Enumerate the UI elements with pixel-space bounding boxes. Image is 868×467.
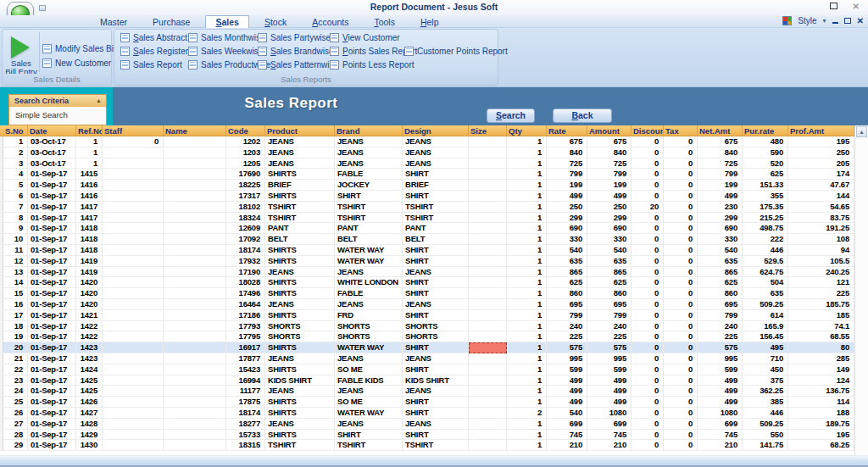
column-header-size[interactable]: Size: [469, 125, 507, 136]
cell-discount[interactable]: 0: [632, 180, 664, 191]
cell-brand[interactable]: FRD: [335, 310, 403, 321]
cell-code[interactable]: 11177: [226, 386, 265, 397]
cell-product[interactable]: SHIRTS: [265, 342, 335, 353]
cell-sno[interactable]: 29: [3, 440, 28, 451]
cell-tax[interactable]: 0: [664, 223, 698, 234]
ribbon-button-sales-patternwise[interactable]: Sales Patternwise: [258, 60, 338, 69]
cell-discount[interactable]: 0: [632, 147, 664, 158]
cell-rate[interactable]: 675: [547, 136, 587, 147]
cell-tax[interactable]: 0: [664, 353, 698, 364]
cell-design[interactable]: SHIRT: [403, 310, 469, 321]
cell-purrate[interactable]: 165.9: [743, 321, 788, 332]
cell-name[interactable]: [164, 321, 226, 332]
table-row[interactable]: 1201-Sep-17141917932SHIRTSWATER WAYSHIRT…: [0, 256, 854, 267]
ribbon-button-sales-report[interactable]: Sales Report: [120, 60, 182, 69]
cell-qty[interactable]: 1: [507, 245, 547, 256]
cell-size[interactable]: [469, 223, 507, 234]
cell-brand[interactable]: WATER WAY: [335, 342, 403, 353]
scroll-up-icon[interactable]: ▲: [856, 126, 867, 137]
cell-staff[interactable]: [103, 256, 164, 267]
column-header-sno[interactable]: S.No: [3, 125, 28, 136]
cell-code[interactable]: 18277: [226, 419, 265, 430]
close-icon[interactable]: ✕: [853, 3, 860, 10]
cell-amount[interactable]: 860: [587, 288, 632, 299]
table-row[interactable]: 1801-Sep-17142217793SHORTSSHORTSSHORTS12…: [0, 321, 854, 332]
cell-netamt[interactable]: 199: [698, 180, 743, 191]
cell-design[interactable]: JEANS: [403, 136, 469, 147]
table-row[interactable]: 2601-Sep-17142718174SHIRTSWATER WAYSHIRT…: [0, 408, 854, 419]
cell-amount[interactable]: 725: [587, 158, 632, 170]
table-row[interactable]: 601-Sep-17141617317SHIRTSSHIRTSHIRT14994…: [0, 191, 854, 202]
cell-date[interactable]: 01-Sep-17: [28, 386, 76, 397]
cell-refno[interactable]: 1426: [76, 397, 103, 408]
cell-sno[interactable]: 2: [3, 147, 28, 158]
cell-rate[interactable]: 499: [547, 375, 587, 386]
cell-netamt[interactable]: 575: [698, 342, 743, 353]
column-header-date[interactable]: Date: [28, 125, 76, 136]
cell-code[interactable]: 18102: [226, 202, 265, 213]
cell-tax[interactable]: 0: [664, 158, 698, 170]
cell-size[interactable]: [469, 158, 507, 170]
cell-profamt[interactable]: 240.25: [788, 267, 854, 278]
cell-sno[interactable]: 24: [3, 386, 28, 397]
cell-tax[interactable]: 0: [664, 267, 698, 278]
cell-code[interactable]: 17092: [226, 234, 265, 245]
tab-purchase[interactable]: Purchase: [142, 15, 200, 28]
cell-purrate[interactable]: 355: [743, 191, 788, 202]
cell-qty[interactable]: 1: [507, 202, 547, 213]
cell-brand[interactable]: FABLE: [335, 169, 403, 180]
cell-staff[interactable]: [103, 299, 164, 310]
table-row[interactable]: 2701-Sep-17142818277JEANSJEANSJEANS16996…: [0, 419, 854, 430]
cell-staff[interactable]: [103, 310, 164, 321]
cell-date[interactable]: 01-Sep-17: [28, 234, 76, 245]
cell-rate[interactable]: 799: [547, 310, 587, 321]
table-row[interactable]: 103-Oct-17101202JEANSJEANSJEANS167567500…: [0, 136, 854, 147]
cell-discount[interactable]: 0: [632, 191, 664, 202]
cell-rate[interactable]: 199: [547, 180, 587, 191]
cell-name[interactable]: [164, 202, 226, 213]
cell-discount[interactable]: 0: [632, 321, 664, 332]
cell-brand[interactable]: SHIRT: [335, 430, 403, 441]
cell-date[interactable]: 01-Sep-17: [28, 440, 76, 451]
cell-product[interactable]: PANT: [265, 223, 335, 234]
cell-product[interactable]: JEANS: [265, 136, 335, 147]
cell-refno[interactable]: 1: [76, 136, 103, 147]
cell-netamt[interactable]: 299: [698, 213, 743, 224]
cell-refno[interactable]: 1427: [76, 408, 103, 419]
cell-staff[interactable]: [103, 375, 164, 386]
cell-amount[interactable]: 625: [587, 277, 632, 288]
cell-staff[interactable]: [103, 321, 164, 332]
cell-amount[interactable]: 250: [587, 202, 632, 213]
cell-qty[interactable]: 1: [507, 169, 547, 180]
cell-qty[interactable]: 2: [507, 408, 547, 419]
column-header-purrate[interactable]: Pur.rate: [743, 125, 788, 136]
cell-size[interactable]: [469, 267, 507, 278]
cell-name[interactable]: [164, 419, 226, 430]
cell-tax[interactable]: 0: [664, 321, 698, 332]
cell-tax[interactable]: 0: [664, 331, 698, 342]
cell-qty[interactable]: 1: [507, 419, 547, 430]
cell-tax[interactable]: 0: [664, 169, 698, 180]
cell-size[interactable]: [469, 364, 507, 375]
cell-design[interactable]: SHORTS: [403, 331, 469, 342]
cell-brand[interactable]: JEANS: [335, 147, 403, 158]
cell-rate[interactable]: 599: [547, 364, 587, 375]
cell-purrate[interactable]: 446: [743, 245, 788, 256]
cell-amount[interactable]: 699: [587, 419, 632, 430]
cell-product[interactable]: SHIRTS: [265, 310, 335, 321]
cell-purrate[interactable]: 520: [743, 158, 788, 170]
cell-profamt[interactable]: 144: [788, 191, 854, 202]
cell-date[interactable]: 03-Oct-17: [28, 158, 76, 170]
cell-code[interactable]: 17793: [226, 321, 265, 332]
cell-code[interactable]: 1205: [226, 158, 265, 170]
cell-discount[interactable]: 0: [632, 213, 664, 224]
cell-design[interactable]: SHIRT: [403, 277, 469, 288]
search-button[interactable]: Search: [487, 108, 535, 123]
cell-refno[interactable]: 1415: [76, 169, 103, 180]
cell-size[interactable]: [469, 256, 507, 267]
table-row[interactable]: 2101-Sep-17142317877JEANSJEANSJEANS19959…: [0, 353, 854, 364]
cell-code[interactable]: 18324: [226, 213, 265, 224]
cell-date[interactable]: 01-Sep-17: [28, 202, 76, 213]
cell-design[interactable]: SHIRT: [403, 256, 469, 267]
column-header-amount[interactable]: Amount: [587, 125, 632, 136]
